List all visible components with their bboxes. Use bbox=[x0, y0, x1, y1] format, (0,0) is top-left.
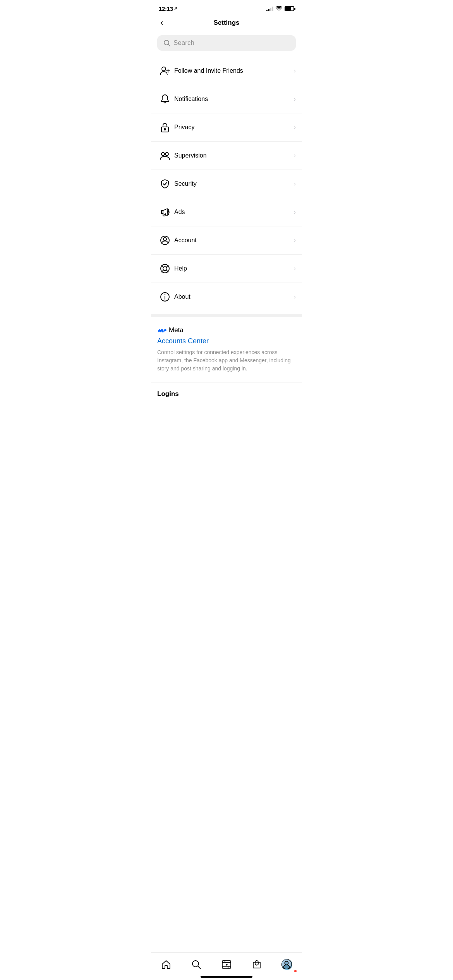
chevron-right-icon: › bbox=[294, 265, 296, 272]
settings-menu: Follow and Invite Friends › Notification… bbox=[151, 57, 302, 311]
search-bar[interactable]: Search bbox=[157, 35, 296, 51]
menu-label-account: Account bbox=[174, 237, 294, 244]
person-circle-icon bbox=[157, 233, 173, 248]
menu-label-security: Security bbox=[174, 180, 294, 187]
supervision-icon bbox=[157, 148, 173, 163]
svg-line-17 bbox=[162, 270, 164, 272]
chevron-right-icon: › bbox=[294, 293, 296, 300]
status-time: 12:13 bbox=[159, 5, 173, 12]
search-icon bbox=[163, 39, 170, 46]
settings-header: ‹ Settings bbox=[151, 15, 302, 32]
search-container: Search bbox=[151, 32, 302, 57]
menu-item-security[interactable]: Security › bbox=[151, 170, 302, 198]
info-circle-icon bbox=[157, 289, 173, 305]
section-divider bbox=[151, 314, 302, 317]
meta-description: Control settings for connected experienc… bbox=[157, 348, 296, 373]
menu-item-ads[interactable]: Ads › bbox=[151, 198, 302, 226]
svg-point-5 bbox=[164, 128, 166, 130]
menu-item-privacy[interactable]: Privacy › bbox=[151, 113, 302, 142]
chevron-right-icon: › bbox=[294, 96, 296, 103]
svg-line-15 bbox=[162, 266, 164, 267]
menu-item-supervision[interactable]: Supervision › bbox=[151, 142, 302, 170]
menu-item-notifications[interactable]: Notifications › bbox=[151, 85, 302, 113]
menu-label-follow: Follow and Invite Friends bbox=[174, 67, 294, 74]
chevron-right-icon: › bbox=[294, 124, 296, 131]
chevron-right-icon: › bbox=[294, 209, 296, 216]
svg-line-18 bbox=[166, 270, 168, 272]
logins-title: Logins bbox=[157, 390, 179, 397]
meta-section: Meta Accounts Center Control settings fo… bbox=[151, 317, 302, 379]
meta-logo-text: Meta bbox=[169, 326, 184, 334]
menu-item-account[interactable]: Account › bbox=[151, 226, 302, 255]
menu-label-privacy: Privacy bbox=[174, 124, 294, 131]
location-arrow-icon: ↗ bbox=[174, 6, 177, 11]
svg-point-7 bbox=[165, 152, 168, 156]
meta-logo-icon bbox=[157, 327, 166, 333]
chevron-right-icon: › bbox=[294, 180, 296, 187]
chevron-right-icon: › bbox=[294, 67, 296, 74]
menu-item-help[interactable]: Help › bbox=[151, 255, 302, 283]
chevron-right-icon: › bbox=[294, 152, 296, 159]
menu-label-supervision: Supervision bbox=[174, 152, 294, 159]
svg-line-16 bbox=[166, 266, 168, 267]
page-title: Settings bbox=[213, 19, 239, 27]
add-person-icon bbox=[157, 63, 173, 79]
wifi-icon bbox=[276, 6, 282, 11]
meta-logo-row: Meta bbox=[157, 326, 296, 334]
svg-point-8 bbox=[168, 211, 169, 213]
megaphone-icon bbox=[157, 204, 173, 220]
bell-icon bbox=[157, 91, 173, 107]
status-icons bbox=[266, 6, 294, 11]
menu-label-notifications: Notifications bbox=[174, 96, 294, 103]
search-placeholder: Search bbox=[173, 39, 194, 47]
menu-item-about[interactable]: About › bbox=[151, 283, 302, 311]
svg-point-1 bbox=[162, 67, 166, 71]
lock-icon bbox=[157, 120, 173, 135]
svg-point-6 bbox=[161, 152, 165, 156]
accounts-center-link[interactable]: Accounts Center bbox=[157, 337, 296, 345]
signal-icon bbox=[266, 7, 273, 11]
menu-label-help: Help bbox=[174, 265, 294, 272]
svg-point-12 bbox=[163, 238, 166, 241]
logins-section: Logins bbox=[151, 382, 302, 401]
svg-point-21 bbox=[165, 294, 165, 295]
chevron-right-icon: › bbox=[294, 237, 296, 244]
back-button[interactable]: ‹ bbox=[157, 16, 166, 29]
lifebuoy-icon bbox=[157, 261, 173, 276]
status-bar: 12:13 ↗ bbox=[151, 0, 302, 15]
menu-item-follow[interactable]: Follow and Invite Friends › bbox=[151, 57, 302, 85]
menu-label-about: About bbox=[174, 293, 294, 300]
battery-icon bbox=[285, 6, 294, 11]
svg-point-0 bbox=[164, 40, 169, 45]
shield-check-icon bbox=[157, 176, 173, 192]
menu-label-ads: Ads bbox=[174, 209, 294, 216]
